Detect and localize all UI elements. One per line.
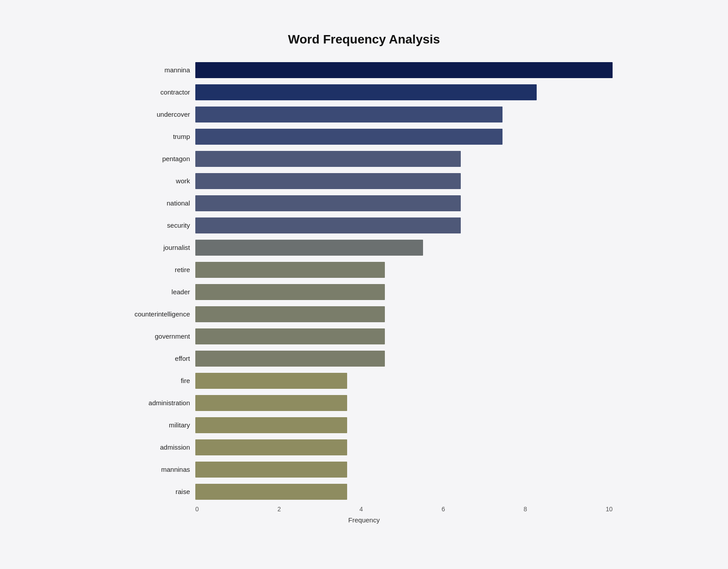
bar-fill xyxy=(195,351,385,367)
bar-row: journalist xyxy=(115,237,613,258)
x-ticks-container: 0246810 xyxy=(115,506,613,513)
bar-track xyxy=(195,373,613,389)
bar-fill xyxy=(195,262,385,278)
bar-track xyxy=(195,395,613,411)
bar-track xyxy=(195,284,613,300)
x-tick: 4 xyxy=(360,506,363,513)
bar-track xyxy=(195,129,613,145)
bar-fill xyxy=(195,151,461,167)
bar-label: leader xyxy=(115,288,195,296)
bar-track xyxy=(195,306,613,322)
bar-fill xyxy=(195,484,347,500)
bar-fill xyxy=(195,129,502,145)
bar-fill xyxy=(195,240,423,256)
bar-row: pentagon xyxy=(115,149,613,169)
bar-label: undercover xyxy=(115,111,195,118)
bar-label: government xyxy=(115,332,195,340)
bar-row: leader xyxy=(115,282,613,302)
bar-row: national xyxy=(115,193,613,213)
bar-fill xyxy=(195,107,502,122)
bar-label: journalist xyxy=(115,244,195,251)
bar-row: military xyxy=(115,415,613,435)
bar-row: administration xyxy=(115,393,613,413)
bar-fill xyxy=(195,84,537,100)
bar-fill xyxy=(195,373,347,389)
bar-row: fire xyxy=(115,371,613,391)
bar-row: counterintelligence xyxy=(115,304,613,324)
bar-row: effort xyxy=(115,348,613,369)
bar-track xyxy=(195,84,613,100)
bar-label: military xyxy=(115,421,195,429)
bar-fill xyxy=(195,284,385,300)
bar-track xyxy=(195,217,613,233)
bar-track xyxy=(195,62,613,78)
bar-row: undercover xyxy=(115,104,613,125)
x-tick: 8 xyxy=(524,506,527,513)
bar-row: security xyxy=(115,215,613,236)
bar-row: retire xyxy=(115,260,613,280)
bar-track xyxy=(195,262,613,278)
chart-area: manninacontractorundercovertrumppentagon… xyxy=(115,60,613,504)
bar-label: manninas xyxy=(115,466,195,473)
bar-track xyxy=(195,484,613,500)
bar-label: mannina xyxy=(115,66,195,74)
bar-row: mannina xyxy=(115,60,613,80)
bar-fill xyxy=(195,62,613,78)
bar-row: work xyxy=(115,171,613,191)
bar-label: pentagon xyxy=(115,155,195,162)
bar-label: national xyxy=(115,199,195,207)
x-tick: 6 xyxy=(442,506,445,513)
bar-track xyxy=(195,151,613,167)
bar-fill xyxy=(195,417,347,433)
bar-track xyxy=(195,195,613,211)
x-axis-label: Frequency xyxy=(115,516,613,524)
bar-label: admission xyxy=(115,443,195,451)
bar-track xyxy=(195,328,613,344)
bar-track xyxy=(195,173,613,189)
bar-row: admission xyxy=(115,437,613,458)
x-tick: 10 xyxy=(605,506,613,513)
bar-fill xyxy=(195,173,461,189)
bar-track xyxy=(195,240,613,256)
bar-label: fire xyxy=(115,377,195,384)
chart-container: Word Frequency Analysis manninacontracto… xyxy=(98,19,630,550)
bar-track xyxy=(195,462,613,478)
bar-track xyxy=(195,351,613,367)
bar-row: raise xyxy=(115,482,613,502)
bar-label: administration xyxy=(115,399,195,407)
bar-label: counterintelligence xyxy=(115,310,195,318)
bar-label: raise xyxy=(115,488,195,495)
bar-row: manninas xyxy=(115,459,613,480)
bar-row: trump xyxy=(115,126,613,147)
bar-label: effort xyxy=(115,355,195,362)
bar-fill xyxy=(195,462,347,478)
x-tick: 0 xyxy=(195,506,199,513)
bar-row: government xyxy=(115,326,613,347)
bar-fill xyxy=(195,395,347,411)
bar-track xyxy=(195,439,613,455)
bar-fill xyxy=(195,195,461,211)
bar-label: trump xyxy=(115,133,195,140)
bar-label: contractor xyxy=(115,88,195,96)
bar-fill xyxy=(195,439,347,455)
bar-fill xyxy=(195,328,385,344)
chart-title: Word Frequency Analysis xyxy=(115,32,613,47)
bar-fill xyxy=(195,306,385,322)
bar-label: retire xyxy=(115,266,195,273)
x-tick: 2 xyxy=(277,506,281,513)
bar-fill xyxy=(195,217,461,233)
bar-row: contractor xyxy=(115,82,613,103)
bar-track xyxy=(195,107,613,122)
bar-label: work xyxy=(115,177,195,185)
bar-track xyxy=(195,417,613,433)
bar-label: security xyxy=(115,221,195,229)
